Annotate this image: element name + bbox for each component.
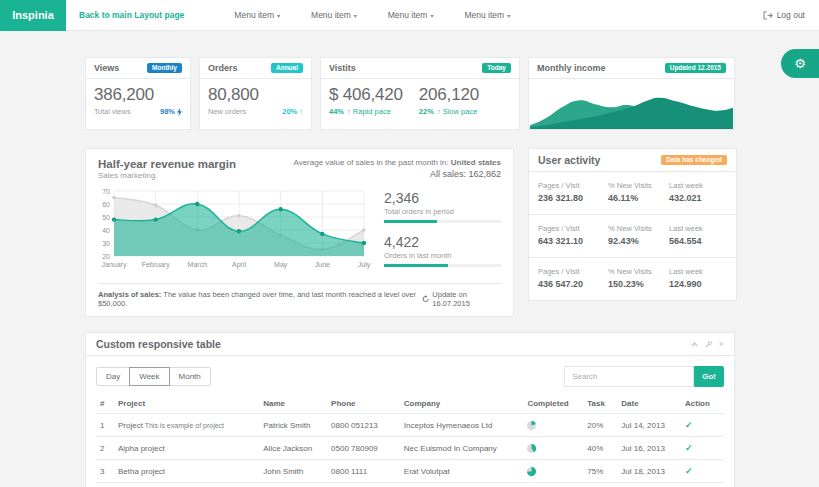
visits-items: $ 406,42044% ↑Rapid pace206,12022% ↑Slow…: [321, 79, 519, 123]
annual-badge: Annual: [271, 63, 303, 74]
cell-date: Jul 18, 2013: [617, 460, 681, 483]
cell-company: Erat Volutpat: [400, 460, 524, 483]
user-activity-title: User activity: [538, 154, 600, 166]
filter-day-button[interactable]: Day: [96, 367, 130, 386]
menu-item-label: Menu item: [388, 10, 428, 20]
user-activity-label: Pages / Visit: [538, 181, 608, 190]
check-icon[interactable]: ✓: [685, 466, 693, 476]
user-activity-panel: User activity Data has changed Pages / V…: [528, 148, 737, 301]
analysis-text: Analysis of sales: The value has been ch…: [98, 290, 422, 308]
completed-pie-chart: [527, 421, 536, 430]
orders-card: Orders Annual 80,800 New orders 20% ↑: [199, 57, 312, 130]
orders-value: 80,800: [208, 85, 303, 105]
caret-down-icon: ▾: [354, 12, 357, 19]
visit-delta: 44% ↑Rapid pace: [329, 107, 403, 116]
visit-delta-label: Rapid pace: [353, 107, 391, 116]
check-icon[interactable]: ✓: [685, 443, 693, 453]
table-panel-title: Custom responsive table: [96, 338, 221, 350]
revenue-title: Half-year revenue margin: [98, 158, 236, 170]
wrench-icon[interactable]: [705, 341, 712, 348]
table-row: 2Alpha projectAlice Jackson0500 780909Ne…: [96, 437, 724, 460]
cell-task: 20%: [583, 414, 617, 437]
user-activity-value: 564.554: [669, 236, 727, 246]
svg-text:50: 50: [102, 214, 110, 221]
visits-card-header: Vistits Today: [321, 58, 519, 79]
user-activity-header: User activity Data has changed: [529, 149, 736, 172]
cell-company: Tellus Ltd: [400, 483, 524, 487]
brand-logo[interactable]: Inspinia: [0, 0, 66, 31]
table-panel-header: Custom responsive table ×: [86, 333, 734, 356]
filter-week-button[interactable]: Week: [129, 367, 169, 386]
column-header: Phone: [327, 396, 400, 414]
menu-item-label: Menu item: [234, 10, 274, 20]
cell-company: Nec Euismod In Company: [400, 437, 524, 460]
table-header-row: #ProjectNamePhoneCompanyCompletedTaskDat…: [96, 396, 724, 414]
cell-num: 3: [96, 460, 114, 483]
menu-item-2[interactable]: Menu item▾: [311, 10, 357, 20]
column-header: Action: [681, 396, 724, 414]
user-activity-label: Pages / Visit: [538, 267, 608, 276]
cell-action: ✓: [681, 460, 724, 483]
stat-value: 2,346: [384, 190, 501, 206]
completed-pie-chart: [527, 467, 536, 476]
collapse-chevron-up-icon[interactable]: [691, 342, 698, 347]
user-activity-value: 150.23%: [608, 279, 669, 289]
cell-name: Anna Jordan: [259, 483, 327, 487]
views-value: 386,200: [94, 85, 182, 105]
theme-settings-button[interactable]: ⚙: [781, 49, 819, 78]
user-activity-value: 236 321.80: [538, 193, 608, 203]
orders-delta: 20% ↑: [282, 107, 303, 116]
user-activity-rows: Pages / Visit236 321.80% New Visits46.11…: [529, 172, 736, 300]
orders-delta-value: 20%: [282, 107, 297, 116]
user-activity-cell: % New Visits92.43%: [608, 224, 669, 246]
project-name: Project: [118, 421, 143, 430]
menu-item-1[interactable]: Menu item▾: [234, 10, 280, 20]
check-icon[interactable]: ✓: [685, 420, 693, 430]
search-input[interactable]: [564, 366, 694, 387]
panel-tools: ×: [691, 340, 724, 349]
user-activity-label: % New Visits: [608, 224, 669, 233]
visit-value: 206,120: [419, 85, 479, 105]
cell-task: 18%: [583, 483, 617, 487]
user-activity-cell: Last week432.021: [669, 181, 727, 203]
visit-stat-2: 206,12022% ↑Slow pace: [419, 85, 479, 116]
navbar: Inspinia Back to main Layout page Menu i…: [0, 0, 819, 31]
filter-group: DayWeekMonth: [96, 367, 211, 386]
table-body: 1Project This is example of projectPatri…: [96, 414, 724, 487]
logout-label: Log out: [777, 10, 805, 20]
completed-pie-chart: [527, 444, 536, 453]
menu-item-3[interactable]: Menu item▾: [388, 10, 434, 20]
filter-month-button[interactable]: Month: [169, 367, 211, 386]
column-header: Date: [617, 396, 681, 414]
revenue-stats: 2,346Total orders in period4,422Orders i…: [370, 186, 501, 276]
visit-delta-value: 44%: [329, 107, 344, 116]
revenue-panel: Half-year revenue margin Sales marketing…: [85, 148, 514, 317]
views-card-body: 386,200 Total views 98%: [86, 79, 190, 123]
revenue-header: Half-year revenue margin Sales marketing…: [98, 158, 501, 180]
monthly-income-chart: [529, 79, 734, 129]
cell-task: 75%: [583, 460, 617, 483]
cell-completed: [523, 437, 583, 460]
main-content: Views Monthly 386,200 Total views 98% Or…: [85, 57, 735, 487]
svg-text:40: 40: [102, 227, 110, 234]
cell-name: John Smith: [259, 460, 327, 483]
card-title: Vistits: [329, 63, 356, 73]
svg-text:June: June: [315, 261, 330, 268]
analysis-label: Analysis of sales:: [98, 290, 161, 299]
close-icon[interactable]: ×: [719, 340, 724, 349]
back-to-layout-link[interactable]: Back to main Layout page: [79, 10, 184, 20]
user-activity-label: Last week: [669, 224, 727, 233]
menu-item-label: Menu item: [311, 10, 351, 20]
monthly-income-body: [529, 79, 734, 129]
menu-item-4[interactable]: Menu item▾: [464, 10, 510, 20]
update-info: Update on 16.07.2015: [422, 290, 501, 308]
today-badge: Today: [482, 63, 511, 74]
user-activity-label: % New Visits: [608, 181, 669, 190]
user-activity-value: 432.021: [669, 193, 727, 203]
cell-completed: [523, 483, 583, 487]
user-activity-row-3: Pages / Visit436 547.20% New Visits150.2…: [529, 258, 736, 300]
cell-completed: [523, 460, 583, 483]
user-activity-cell: % New Visits46.11%: [608, 181, 669, 203]
logout-button[interactable]: Log out: [763, 10, 805, 20]
go-button[interactable]: Go!: [694, 366, 724, 387]
